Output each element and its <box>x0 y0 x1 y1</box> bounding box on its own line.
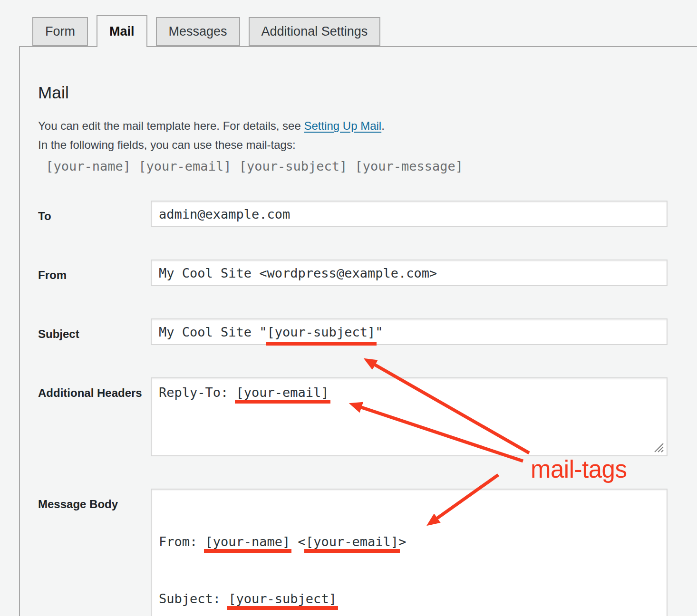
subject-input[interactable]: My Cool Site "[your-subject]" <box>151 318 668 345</box>
mail-tag-your-subject: [your-subject] <box>228 591 337 606</box>
message-body-field-label: Message Body <box>38 489 151 616</box>
setting-up-mail-link[interactable]: Setting Up Mail <box>304 119 381 132</box>
message-body-textarea[interactable]: From: [your-name] <[your-email]> Subject… <box>151 489 668 616</box>
from-field-row: From My Cool Site <wordpress@example.com… <box>38 260 668 286</box>
to-field-row: To admin@example.com <box>38 201 668 227</box>
to-field-label: To <box>38 201 151 227</box>
additional-headers-field-label: Additional Headers <box>38 377 151 456</box>
resize-handle-icon[interactable] <box>652 441 664 453</box>
intro-line1-prefix: You can edit the mail template here. For… <box>38 119 304 132</box>
mail-tag-your-subject: [your-subject] <box>267 325 376 339</box>
mail-settings-screen: Form Mail Messages Additional Settings M… <box>0 0 697 616</box>
mail-tag-your-email: [your-email] <box>306 534 398 549</box>
from-field-label: From <box>38 260 151 286</box>
intro-line2: In the following fields, you can use the… <box>38 138 296 151</box>
additional-headers-textarea[interactable]: Reply-To: [your-email] <box>151 377 668 456</box>
message-body-field-row: Message Body From: [your-name] <[your-em… <box>38 489 668 616</box>
mail-template-form: To admin@example.com From My Cool Site <… <box>38 201 668 616</box>
to-input[interactable]: admin@example.com <box>151 201 668 227</box>
intro-text: You can edit the mail template here. For… <box>38 116 668 154</box>
to-value: admin@example.com <box>159 207 290 221</box>
mail-panel: Mail You can edit the mail template here… <box>19 46 697 616</box>
mail-tag-your-name: [your-name] <box>205 534 290 549</box>
from-value: My Cool Site <wordpress@example.com> <box>159 266 437 280</box>
additional-headers-field-row: Additional Headers Reply-To: [your-email… <box>38 377 668 456</box>
settings-tabs: Form Mail Messages Additional Settings <box>32 17 380 47</box>
page-title: Mail <box>38 83 668 102</box>
tab-messages[interactable]: Messages <box>156 17 240 46</box>
intro-line1-suffix: . <box>381 119 385 132</box>
subject-field-label: Subject <box>38 318 151 345</box>
subject-field-row: Subject My Cool Site "[your-subject]" <box>38 318 668 345</box>
from-input[interactable]: My Cool Site <wordpress@example.com> <box>151 260 668 286</box>
tab-additional-settings[interactable]: Additional Settings <box>249 17 381 46</box>
tab-mail[interactable]: Mail <box>97 15 147 47</box>
mailtags-list: [your-name] [your-email] [your-subject] … <box>38 157 668 176</box>
tab-form[interactable]: Form <box>32 17 88 46</box>
mail-tag-your-email: [your-email] <box>236 385 329 400</box>
